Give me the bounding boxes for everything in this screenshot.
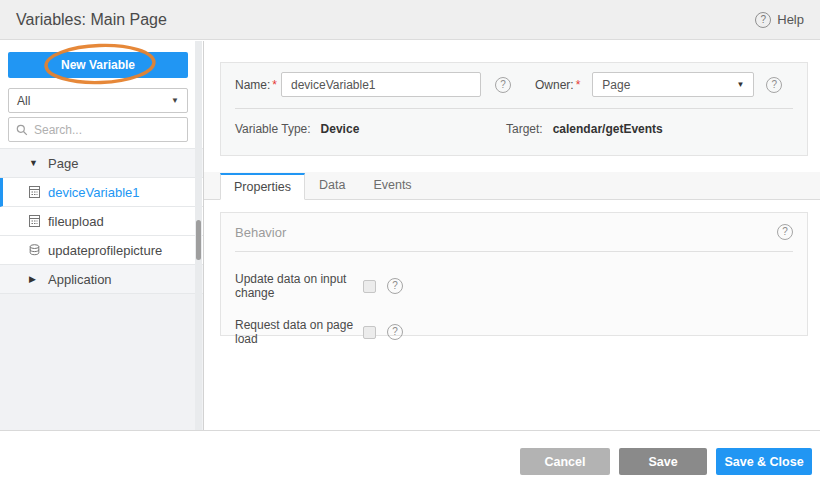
tree-item-label: updateprofilepicture [48,243,162,258]
request-data-checkbox[interactable] [363,326,376,339]
required-asterisk: * [576,78,581,92]
target-value: calendar/getEvents [553,122,663,136]
owner-help-icon[interactable]: ? [766,77,782,93]
device-variable-icon [29,186,43,198]
variable-search[interactable] [8,117,188,142]
option-label: Update data on input change [235,272,363,300]
variables-sidebar: New Variable All ▼ ▼ [0,41,204,430]
target-label: Target: [506,122,543,136]
dialog-header: Variables: Main Page ? Help [0,0,820,40]
save-and-close-button[interactable]: Save & Close [716,448,812,475]
name-input[interactable] [281,72,481,97]
variables-tree: ▼ Page deviceVariable1 [0,148,203,294]
chevron-down-icon: ▼ [171,96,179,105]
name-help-icon[interactable]: ? [495,77,511,93]
target-group: Target: calendar/getEvents [506,122,663,136]
name-label: Name:* [235,78,281,92]
tree-item-application[interactable]: ▶ Application [0,265,203,294]
owner-label: Owner:* [535,78,580,92]
option-help-icon[interactable]: ? [387,324,403,340]
collapsed-arrow-icon[interactable]: ▶ [29,274,43,284]
behavior-help-icon[interactable]: ? [777,224,793,240]
variable-type-label: Variable Type: [235,122,311,136]
required-asterisk: * [272,78,277,92]
sidebar-empty-area [0,294,203,430]
page-title: Variables: Main Page [16,11,167,29]
behavior-header: Behavior ? [235,213,793,251]
tree-item-fileupload[interactable]: fileupload [0,207,203,236]
variables-dialog: Variables: Main Page ? Help New Variable… [0,0,820,486]
variable-type-value: Device [321,122,360,136]
variable-detail-panel: Name:* ? Owner:* Page ▼ ? Variable Type:… [204,41,820,430]
option-help-icon[interactable]: ? [387,278,403,294]
dialog-footer: Cancel Save Save & Close [0,430,820,486]
help-label: Help [777,12,804,27]
new-variable-button[interactable]: New Variable [8,52,188,78]
option-request-on-page-load: Request data on page load ? [235,318,793,346]
variable-filter-value: All [17,94,30,108]
behavior-section: Behavior ? Update data on input change ?… [220,212,808,336]
form-divider [235,108,793,109]
service-variable-icon [29,244,43,256]
tree-item-label: Page [48,156,78,171]
sidebar-controls: New Variable All ▼ [0,41,203,142]
cancel-button[interactable]: Cancel [520,448,610,475]
owner-dropdown[interactable]: Page ▼ [592,72,754,97]
search-input[interactable] [34,123,189,137]
tree-item-page[interactable]: ▼ Page [0,149,203,178]
behavior-divider [235,251,793,252]
expand-arrow-icon[interactable]: ▼ [29,158,43,168]
chevron-down-icon: ▼ [736,80,744,89]
tree-item-updateprofilepicture[interactable]: updateprofilepicture [0,236,203,265]
tree-item-label: deviceVariable1 [48,185,140,200]
variable-summary-form: Name:* ? Owner:* Page ▼ ? Variable Type:… [220,62,808,156]
search-icon [16,124,28,136]
variable-filter-dropdown[interactable]: All ▼ [8,88,188,113]
owner-value: Page [602,78,630,92]
tree-item-label: fileupload [48,214,104,229]
option-update-on-input-change: Update data on input change ? [235,272,793,300]
dialog-body: New Variable All ▼ ▼ [0,41,820,430]
tab-data[interactable]: Data [305,172,359,199]
option-label: Request data on page load [235,318,363,346]
tab-properties[interactable]: Properties [220,173,305,200]
help-button[interactable]: ? Help [755,12,804,28]
update-data-checkbox[interactable] [363,280,376,293]
device-variable-icon [29,215,43,227]
save-button[interactable]: Save [619,448,707,475]
behavior-title: Behavior [235,225,286,240]
tree-item-devicevariable1[interactable]: deviceVariable1 [0,178,203,207]
type-target-row: Variable Type: Device Target: calendar/g… [235,122,793,136]
detail-tabs: Properties Data Events [204,172,820,200]
help-icon: ? [755,12,771,28]
sidebar-scrollbar-thumb[interactable] [196,220,201,260]
tree-item-label: Application [48,272,112,287]
name-owner-row: Name:* ? Owner:* Page ▼ ? [235,72,793,97]
tab-events[interactable]: Events [359,172,425,199]
